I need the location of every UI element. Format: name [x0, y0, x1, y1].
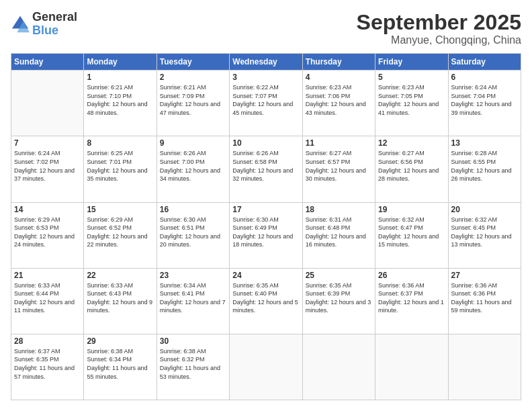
day-info: Sunrise: 6:31 AMSunset: 6:48 PMDaylight:…: [306, 216, 372, 249]
day-info: Sunrise: 6:25 AMSunset: 7:01 PMDaylight:…: [87, 149, 153, 183]
calendar-cell: 6Sunrise: 6:24 AMSunset: 7:04 PMDaylight…: [448, 71, 521, 136]
day-number: 1: [87, 73, 153, 82]
day-info: Sunrise: 6:22 AMSunset: 7:07 PMDaylight:…: [232, 83, 299, 117]
calendar-cell: [375, 334, 448, 400]
day-number: 14: [14, 205, 81, 214]
day-number: 23: [160, 271, 226, 280]
calendar-cell: 30Sunrise: 6:38 AMSunset: 6:32 PMDayligh…: [157, 334, 229, 400]
day-info: Sunrise: 6:21 AMSunset: 7:10 PMDaylight:…: [87, 83, 153, 117]
day-info: Sunrise: 6:38 AMSunset: 6:32 PMDaylight:…: [160, 347, 226, 381]
weekday-header: Friday: [375, 54, 448, 71]
weekday-header: Wednesday: [230, 54, 302, 71]
day-number: 15: [87, 205, 153, 214]
calendar-cell: 9Sunrise: 6:26 AMSunset: 7:00 PMDaylight…: [157, 136, 229, 202]
weekday-header: Monday: [84, 54, 157, 71]
day-number: 11: [306, 138, 372, 148]
calendar-cell: 25Sunrise: 6:35 AMSunset: 6:39 PMDayligh…: [302, 268, 375, 334]
calendar-cell: 13Sunrise: 6:28 AMSunset: 6:55 PMDayligh…: [448, 136, 521, 202]
weekday-header: Tuesday: [157, 54, 229, 71]
day-number: 27: [451, 271, 518, 280]
day-info: Sunrise: 6:21 AMSunset: 7:09 PMDaylight:…: [160, 83, 226, 117]
day-number: 12: [378, 138, 445, 148]
day-info: Sunrise: 6:38 AMSunset: 6:34 PMDaylight:…: [87, 347, 153, 381]
day-number: 5: [378, 73, 445, 82]
calendar-cell: 11Sunrise: 6:27 AMSunset: 6:57 PMDayligh…: [302, 136, 375, 202]
header: General Blue September 2025 Manyue, Chon…: [11, 11, 521, 46]
day-number: 29: [87, 336, 153, 346]
title-block: September 2025 Manyue, Chongqing, China: [357, 11, 521, 46]
weekday-header: Sunday: [11, 54, 84, 71]
calendar-cell: [230, 334, 302, 400]
weekday-header: Saturday: [448, 54, 521, 71]
day-info: Sunrise: 6:23 AMSunset: 7:05 PMDaylight:…: [378, 83, 445, 117]
calendar-cell: 26Sunrise: 6:36 AMSunset: 6:37 PMDayligh…: [375, 268, 448, 334]
day-info: Sunrise: 6:32 AMSunset: 6:47 PMDaylight:…: [378, 216, 445, 249]
day-info: Sunrise: 6:24 AMSunset: 7:04 PMDaylight:…: [451, 83, 518, 117]
day-number: 22: [87, 271, 153, 280]
day-info: Sunrise: 6:29 AMSunset: 6:53 PMDaylight:…: [14, 216, 81, 249]
calendar-cell: 1Sunrise: 6:21 AMSunset: 7:10 PMDaylight…: [84, 71, 157, 136]
day-number: 9: [160, 138, 226, 148]
day-number: 16: [160, 205, 226, 214]
day-number: 13: [451, 138, 518, 148]
day-number: 21: [14, 271, 81, 280]
day-number: 8: [87, 138, 153, 148]
calendar-cell: 7Sunrise: 6:24 AMSunset: 7:02 PMDaylight…: [11, 136, 84, 202]
day-info: Sunrise: 6:34 AMSunset: 6:41 PMDaylight:…: [160, 281, 226, 315]
calendar-cell: 22Sunrise: 6:33 AMSunset: 6:43 PMDayligh…: [84, 268, 157, 334]
day-number: 7: [14, 138, 81, 148]
page: General Blue September 2025 Manyue, Chon…: [0, 0, 532, 411]
day-number: 30: [160, 336, 226, 346]
calendar-cell: 15Sunrise: 6:29 AMSunset: 6:52 PMDayligh…: [84, 202, 157, 268]
calendar-table: SundayMondayTuesdayWednesdayThursdayFrid…: [11, 53, 521, 400]
day-info: Sunrise: 6:26 AMSunset: 7:00 PMDaylight:…: [160, 149, 226, 183]
calendar-cell: 23Sunrise: 6:34 AMSunset: 6:41 PMDayligh…: [157, 268, 229, 334]
calendar-cell: 8Sunrise: 6:25 AMSunset: 7:01 PMDaylight…: [84, 136, 157, 202]
calendar-cell: [11, 71, 84, 136]
day-info: Sunrise: 6:33 AMSunset: 6:44 PMDaylight:…: [14, 281, 81, 315]
day-number: 10: [232, 138, 299, 148]
day-info: Sunrise: 6:28 AMSunset: 6:55 PMDaylight:…: [451, 149, 518, 183]
calendar-cell: 5Sunrise: 6:23 AMSunset: 7:05 PMDaylight…: [375, 71, 448, 136]
day-number: 20: [451, 205, 518, 214]
calendar-cell: [302, 334, 375, 400]
calendar-cell: 29Sunrise: 6:38 AMSunset: 6:34 PMDayligh…: [84, 334, 157, 400]
calendar-week-row: 14Sunrise: 6:29 AMSunset: 6:53 PMDayligh…: [11, 202, 521, 268]
calendar-cell: 4Sunrise: 6:23 AMSunset: 7:06 PMDaylight…: [302, 71, 375, 136]
logo-icon: [11, 15, 30, 34]
calendar-cell: 14Sunrise: 6:29 AMSunset: 6:53 PMDayligh…: [11, 202, 84, 268]
day-info: Sunrise: 6:32 AMSunset: 6:45 PMDaylight:…: [451, 216, 518, 249]
calendar-cell: 20Sunrise: 6:32 AMSunset: 6:45 PMDayligh…: [448, 202, 521, 268]
calendar-week-row: 1Sunrise: 6:21 AMSunset: 7:10 PMDaylight…: [11, 71, 521, 136]
calendar-cell: 2Sunrise: 6:21 AMSunset: 7:09 PMDaylight…: [157, 71, 229, 136]
day-info: Sunrise: 6:24 AMSunset: 7:02 PMDaylight:…: [14, 149, 81, 183]
calendar-cell: 17Sunrise: 6:30 AMSunset: 6:49 PMDayligh…: [230, 202, 302, 268]
calendar-cell: 3Sunrise: 6:22 AMSunset: 7:07 PMDaylight…: [230, 71, 302, 136]
day-info: Sunrise: 6:27 AMSunset: 6:56 PMDaylight:…: [378, 149, 445, 183]
day-info: Sunrise: 6:37 AMSunset: 6:35 PMDaylight:…: [14, 347, 81, 381]
day-number: 26: [378, 271, 445, 280]
logo: General Blue: [11, 11, 77, 38]
month-title: September 2025: [357, 11, 521, 34]
calendar-cell: 16Sunrise: 6:30 AMSunset: 6:51 PMDayligh…: [157, 202, 229, 268]
day-info: Sunrise: 6:30 AMSunset: 6:51 PMDaylight:…: [160, 216, 226, 249]
day-number: 3: [232, 73, 299, 82]
calendar-week-row: 7Sunrise: 6:24 AMSunset: 7:02 PMDaylight…: [11, 136, 521, 202]
day-number: 4: [306, 73, 372, 82]
calendar-cell: 27Sunrise: 6:36 AMSunset: 6:36 PMDayligh…: [448, 268, 521, 334]
day-info: Sunrise: 6:33 AMSunset: 6:43 PMDaylight:…: [87, 281, 153, 315]
weekday-header-row: SundayMondayTuesdayWednesdayThursdayFrid…: [11, 54, 521, 71]
location-title: Manyue, Chongqing, China: [357, 34, 521, 46]
calendar-cell: 19Sunrise: 6:32 AMSunset: 6:47 PMDayligh…: [375, 202, 448, 268]
day-info: Sunrise: 6:27 AMSunset: 6:57 PMDaylight:…: [306, 149, 372, 183]
day-info: Sunrise: 6:35 AMSunset: 6:39 PMDaylight:…: [306, 281, 372, 315]
day-info: Sunrise: 6:29 AMSunset: 6:52 PMDaylight:…: [87, 216, 153, 249]
calendar-cell: 12Sunrise: 6:27 AMSunset: 6:56 PMDayligh…: [375, 136, 448, 202]
day-number: 6: [451, 73, 518, 82]
day-info: Sunrise: 6:30 AMSunset: 6:49 PMDaylight:…: [232, 216, 299, 249]
day-number: 24: [232, 271, 299, 280]
day-number: 2: [160, 73, 226, 82]
calendar-cell: 10Sunrise: 6:26 AMSunset: 6:58 PMDayligh…: [230, 136, 302, 202]
calendar-week-row: 28Sunrise: 6:37 AMSunset: 6:35 PMDayligh…: [11, 334, 521, 400]
logo-general: General: [32, 11, 77, 24]
